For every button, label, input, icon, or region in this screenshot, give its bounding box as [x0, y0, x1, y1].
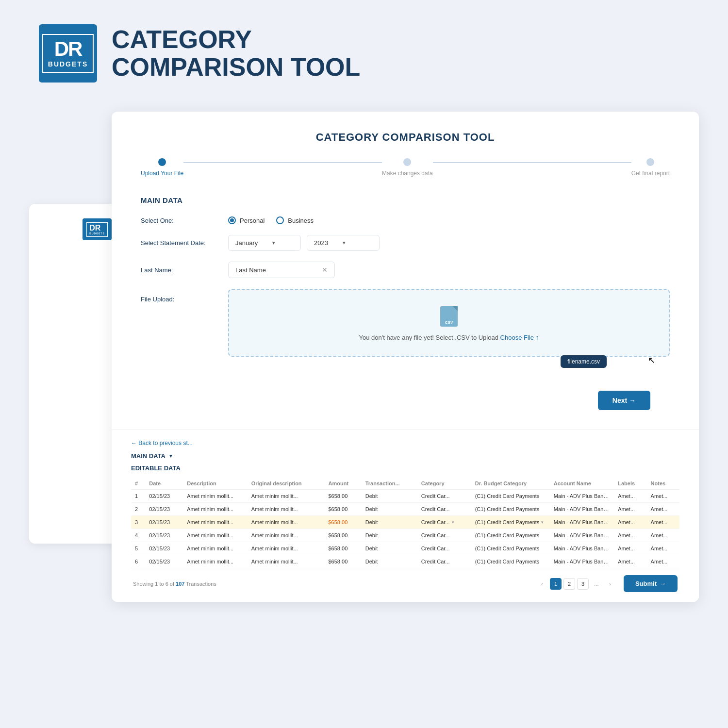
radio-business-circle[interactable]	[276, 216, 284, 224]
cell-trans: Debit	[362, 529, 417, 542]
logo-dr-text: DR	[54, 39, 82, 59]
clear-icon[interactable]: ✕	[322, 266, 328, 274]
page-1-button[interactable]: 1	[550, 578, 562, 590]
main-data-header: MAIN DATA	[141, 196, 670, 204]
file-upload-row: File Upload: CSV You don't have any file…	[141, 289, 670, 357]
table-row: 3 02/15/23 Amet minim mollit... Amet min…	[131, 516, 679, 529]
step-2-label: Make changes data	[382, 170, 433, 177]
year-arrow-icon: ▾	[343, 240, 346, 246]
cell-cat: Credit Car...	[417, 490, 471, 503]
cell-orig: Amet minim mollit...	[248, 503, 325, 516]
step-2-dot	[403, 158, 411, 166]
main-data-accordion[interactable]: MAIN DATA ▾	[131, 452, 679, 460]
last-name-input-box: ✕	[228, 262, 335, 278]
csv-text: CSV	[445, 320, 453, 325]
statement-date-label: Select Statement Date:	[141, 239, 218, 247]
cursor-pointer-icon: ↖	[648, 355, 655, 365]
cell-cat: Credit Car...	[417, 555, 471, 568]
cell-orig: Amet minim mollit...	[248, 542, 325, 555]
cell-num: 5	[131, 542, 145, 555]
data-table: # Date Description Original description …	[131, 478, 679, 568]
radio-group: Personal Business	[228, 216, 314, 224]
submit-button[interactable]: Submit →	[624, 575, 678, 592]
select-group: January ▾ 2023 ▾	[228, 235, 380, 251]
upload-section: CATEGORY COMPARISON TOOL Upload Your Fil…	[112, 112, 699, 430]
radio-personal[interactable]: Personal	[228, 216, 265, 224]
cell-num: 4	[131, 529, 145, 542]
cell-notes: Amet...	[647, 503, 679, 516]
radio-business[interactable]: Business	[276, 216, 314, 224]
cell-date: 02/15/23	[145, 542, 183, 555]
cell-notes: Amet...	[647, 516, 679, 529]
cell-labels: Amet...	[614, 490, 646, 503]
cell-date: 02/15/23	[145, 529, 183, 542]
cell-desc: Amet minim mollit...	[183, 490, 247, 503]
cell-cat: Credit Car...	[417, 503, 471, 516]
last-name-input[interactable]	[235, 266, 317, 274]
cell-amount: $658.00	[325, 555, 362, 568]
table-footer: Showing 1 to 6 of 107 Transactions ‹ 1 2…	[131, 575, 679, 592]
page-prev-button[interactable]: ‹	[536, 578, 548, 590]
logo: DR BUDGETS	[39, 24, 97, 83]
cell-trans: Debit	[362, 490, 417, 503]
cell-trans: Debit	[362, 516, 417, 529]
cell-labels: Amet...	[614, 529, 646, 542]
col-date: Date	[145, 478, 183, 490]
month-arrow-icon: ▾	[272, 240, 275, 246]
back-link[interactable]: ← Back to previous st...	[131, 440, 679, 447]
col-cat: Category	[417, 478, 471, 490]
logo-budgets-text: BUDGETS	[48, 60, 88, 68]
col-dr-cat: Dr. Budget Category	[471, 478, 550, 490]
cell-desc: Amet minim mollit...	[183, 516, 247, 529]
page-title: CATEGORY COMPARISON TOOL	[112, 26, 360, 81]
next-button[interactable]: Next →	[598, 391, 650, 410]
radio-personal-circle[interactable]	[228, 216, 236, 224]
choose-file-label[interactable]: Choose File	[500, 334, 534, 341]
page-next-button[interactable]: ›	[604, 578, 616, 590]
cell-trans: Debit	[362, 555, 417, 568]
title-line2: COMPARISON TOOL	[112, 53, 360, 81]
upload-arrow-icon: ↑	[536, 333, 539, 341]
cell-cat[interactable]: Credit Car...▾	[417, 516, 471, 529]
page-3-button[interactable]: 3	[577, 578, 589, 590]
table-row: 1 02/15/23 Amet minim mollit... Amet min…	[131, 490, 679, 503]
file-upload-label: File Upload:	[141, 289, 218, 303]
last-name-row: Last Name: ✕	[141, 262, 670, 278]
cell-account: Main - ADV Plus Banking	[550, 503, 614, 516]
table-row: 2 02/15/23 Amet minim mollit... Amet min…	[131, 503, 679, 516]
file-upload-area[interactable]: CSV You don't have any file yet! Select …	[228, 289, 670, 357]
cell-num: 3	[131, 516, 145, 529]
cell-orig: Amet minim mollit...	[248, 555, 325, 568]
step-line-2	[433, 162, 631, 163]
page-2-button[interactable]: 2	[563, 578, 575, 590]
cell-num: 1	[131, 490, 145, 503]
col-num: #	[131, 478, 145, 490]
cell-labels: Amet...	[614, 555, 646, 568]
page-ellipsis: ...	[591, 578, 602, 590]
cell-account: Main - ADV Plus Banking	[550, 529, 614, 542]
cell-date: 02/15/23	[145, 503, 183, 516]
step-1-label: Upload Your File	[141, 170, 183, 177]
cell-amount: $658.00	[325, 503, 362, 516]
title-line1: CATEGORY	[112, 26, 360, 53]
select-one-row: Select One: Personal Business	[141, 216, 670, 224]
upload-instructions: You don't have any file yet! Select .CSV…	[359, 333, 539, 341]
month-value: January	[235, 239, 258, 247]
radio-personal-label: Personal	[240, 217, 265, 224]
year-select[interactable]: 2023 ▾	[307, 235, 380, 251]
cell-labels: Amet...	[614, 503, 646, 516]
cell-trans: Debit	[362, 503, 417, 516]
header: DR BUDGETS CATEGORY COMPARISON TOOL	[0, 0, 728, 97]
pagination: ‹ 1 2 3 ... ›	[536, 578, 616, 590]
month-select[interactable]: January ▾	[228, 235, 301, 251]
cell-cat: Credit Car...	[417, 529, 471, 542]
col-orig-desc: Original description	[248, 478, 325, 490]
col-trans: Transaction...	[362, 478, 417, 490]
step-1: Upload Your File	[141, 158, 183, 177]
progress-steps: Upload Your File Make changes data Get f…	[141, 158, 670, 177]
accordion-chevron-icon: ▾	[169, 453, 172, 459]
cell-dr-cat[interactable]: (C1) Credit Card Payments▾	[471, 516, 550, 529]
last-name-label: Last Name:	[141, 266, 218, 274]
cell-num: 2	[131, 503, 145, 516]
cell-desc: Amet minim mollit...	[183, 555, 247, 568]
